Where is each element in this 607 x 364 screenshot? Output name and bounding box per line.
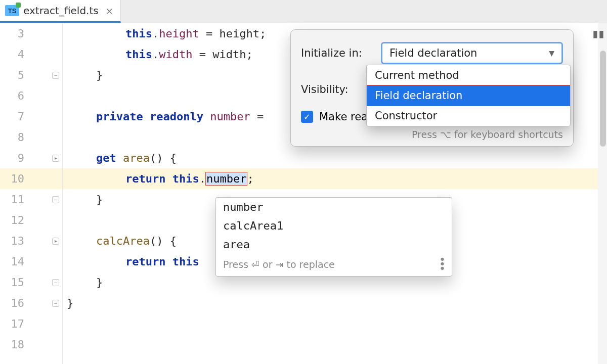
file-tab[interactable]: TS extract_field.ts × bbox=[0, 0, 121, 23]
tab-key-icon: ⇥ bbox=[275, 259, 283, 270]
line-number: 12 bbox=[0, 214, 28, 226]
line-number: 15 bbox=[0, 276, 28, 289]
fold-toggle-icon[interactable]: – bbox=[52, 300, 59, 307]
line-number: 10 bbox=[0, 172, 28, 185]
line-number: 8 bbox=[0, 131, 28, 144]
dropdown-option-constructor[interactable]: Constructor bbox=[367, 106, 570, 126]
initialize-in-select[interactable]: Field declaration ▼ bbox=[381, 42, 563, 64]
fold-toggle-icon[interactable]: – bbox=[52, 196, 59, 203]
readonly-label: Make rea bbox=[319, 111, 368, 123]
fold-toggle-icon[interactable]: – bbox=[52, 279, 59, 286]
shortcut-hint: Press ⌥ for keyboard shortcuts bbox=[291, 126, 573, 140]
line-number: 18 bbox=[0, 338, 28, 351]
scrollbar-thumb[interactable] bbox=[600, 51, 606, 147]
code-line[interactable]: } bbox=[63, 293, 607, 313]
line-number: 3 bbox=[0, 27, 28, 40]
visibility-label: Visibility: bbox=[301, 83, 372, 96]
line-number: 16 bbox=[0, 297, 28, 309]
code-line[interactable]: return this.number; bbox=[63, 168, 607, 189]
line-number: 17 bbox=[0, 317, 28, 330]
line-number: 5 bbox=[0, 69, 28, 81]
kebab-menu-icon[interactable]: ••• bbox=[439, 258, 446, 271]
option-key-icon: ⌥ bbox=[440, 129, 451, 140]
line-number: 6 bbox=[0, 89, 28, 102]
tab-strip: TS extract_field.ts × bbox=[0, 0, 607, 23]
rename-suggestion[interactable]: area bbox=[216, 235, 452, 254]
line-number: 9 bbox=[0, 152, 28, 164]
readonly-checkbox[interactable]: ✓ bbox=[301, 111, 313, 123]
initialize-in-label: Initialize in: bbox=[301, 47, 372, 59]
enter-key-icon: ⏎ bbox=[251, 259, 259, 270]
fold-toggle-icon[interactable]: ▸ bbox=[52, 238, 59, 245]
rename-suggestion[interactable]: number bbox=[216, 198, 452, 216]
dropdown-option-current-method[interactable]: Current method bbox=[367, 65, 570, 85]
rename-target[interactable]: number bbox=[206, 172, 247, 185]
close-icon[interactable]: × bbox=[103, 6, 113, 16]
file-tab-label: extract_field.ts bbox=[23, 5, 99, 17]
line-number: 14 bbox=[0, 255, 28, 268]
analysis-status-icon[interactable]: ▮▮ bbox=[593, 28, 605, 39]
fold-toggle-icon[interactable]: – bbox=[52, 72, 59, 79]
initialize-in-value: Field declaration bbox=[389, 47, 477, 59]
gutter: 3 4 5– 6 7 8 9▸ 10 11– 12 13▸ 14 15– 16–… bbox=[0, 23, 63, 364]
code-line[interactable]: get area() { bbox=[63, 148, 607, 168]
line-number: 4 bbox=[0, 48, 28, 61]
rename-suggestion[interactable]: calcArea1 bbox=[216, 216, 452, 235]
ts-file-icon: TS bbox=[5, 5, 19, 16]
dropdown-option-field-declaration[interactable]: Field declaration bbox=[367, 85, 570, 106]
line-number: 7 bbox=[0, 110, 28, 123]
line-number: 11 bbox=[0, 193, 28, 206]
initialize-in-dropdown: Current method Field declaration Constru… bbox=[366, 65, 571, 126]
chevron-down-icon: ▼ bbox=[549, 49, 554, 57]
line-number: 13 bbox=[0, 235, 28, 247]
rename-hint: Press ⏎ or ⇥ to replace bbox=[223, 259, 335, 270]
fold-toggle-icon[interactable]: ▸ bbox=[52, 155, 59, 162]
rename-suggestions-popup: number calcArea1 area Press ⏎ or ⇥ to re… bbox=[215, 197, 452, 277]
